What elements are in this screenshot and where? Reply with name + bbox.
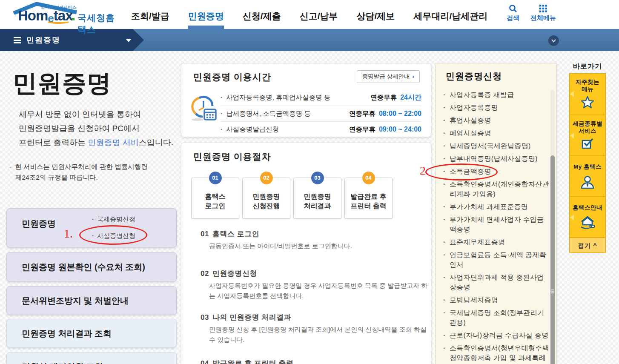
clock-calendar-icon	[190, 93, 217, 124]
cert-item-vat-base[interactable]: 부가가치세 과세표준증명	[443, 202, 550, 212]
time-row-business-registration: 사업자등록증명, 휴폐업사실증명 등 연중무휴24시간	[221, 90, 421, 106]
certificate-list-title: 민원증명신청	[446, 70, 502, 82]
quickbar: 자주찾는메뉴 세금종류별서비스 My 홈택스 홈택스안내	[569, 73, 606, 253]
logo-korean-name: 국세청홈택스	[77, 12, 122, 36]
detail-04-title: 04발급완료 후 프린터 출력	[201, 358, 294, 364]
cert-item-suspension[interactable]: 휴업사실증명	[443, 115, 550, 125]
star-icon	[581, 96, 594, 109]
detail-03-title: 03나의 민원증명 처리결과	[201, 312, 291, 322]
issuance-detail-guide-button[interactable]: 증명발급 상세안내›	[357, 70, 420, 83]
grid-menu-icon	[539, 4, 547, 13]
quickbar-title: 바로가기	[569, 62, 606, 71]
inline-service-link[interactable]: 민원증명 서비	[88, 138, 139, 147]
page-description: 세무서 방문 없이 인터넷을 통하여 민원증명발급을 신청하여 PC에서 프린터…	[19, 107, 173, 149]
cert-item-income-isa[interactable]: 소득확인증명서(개인종합자산관리계좌 가입용)	[443, 179, 550, 199]
left-menu-waiting-count[interactable]: 민원실 대기인원 조회	[6, 352, 177, 364]
cert-item-payment-history[interactable]: 납부내역증명(납세사실증명)	[443, 154, 550, 163]
search-button[interactable]: 검색	[507, 4, 519, 22]
section-title: 민원증명	[26, 29, 60, 51]
step-card-result: 03 민원증명처리결과	[293, 178, 341, 219]
cert-item-youth-savings[interactable]: 소득확인증명서(청년우대형주택청약종합저축 가입 및 과세특례 신청용)	[443, 343, 550, 364]
time-row-tax-payment: 납세증명서, 소득금액증명 등 연중무휴08:00 ~ 22:00	[221, 106, 421, 121]
nav-minwon-jeungmyeong[interactable]: 민원증명	[188, 10, 224, 22]
search-icon	[509, 4, 517, 13]
procedure-panel: 민원증명 이용절차 01 홈택스로그인 02 민원증명신청진행 03 민원증명처…	[181, 143, 431, 364]
tab-arrow-icon	[570, 215, 574, 221]
certificate-list: 사업자등록증 재발급 사업자등록증명 휴업사실증명 폐업사실증명 납세증명서(국…	[443, 90, 550, 364]
usage-time-panel: 민원증명 이용시간 증명발급 상세안내› 사업자등록증명, 휴폐업사실증명 등 …	[181, 63, 431, 137]
quickbar-collapse-button[interactable]: 접기 ^	[570, 237, 605, 252]
cert-item-financial-statement[interactable]: 표준재무제표증명	[443, 237, 550, 247]
logo-dot	[72, 18, 75, 20]
annotation-number-1: 1.	[64, 227, 73, 241]
main-nav: 조회/발급 민원증명 신청/제출 신고/납부 상담/제보 세무대리/납세관리	[131, 10, 487, 22]
cert-item-model-taxpayer[interactable]: 모범납세자증명	[443, 295, 550, 305]
top-header: 인터넷 납세서비스 Hometax 국세청홈택스 조회/발급 민원증명 신청/제…	[0, 0, 619, 29]
detail-01-desc: 공동인증서 또는 아이디/비밀번호로 로그인합니다.	[209, 241, 430, 251]
scrollbar-thumb[interactable]	[550, 155, 555, 364]
logo-swoosh	[46, 18, 71, 24]
left-menu-box-title: 민원증명	[22, 218, 56, 229]
step-card-print: 04 발급완료 후프린터 출력	[344, 178, 393, 219]
all-menu-button[interactable]: 전체메뉴	[530, 4, 556, 22]
step-number-badge: 04	[362, 172, 375, 184]
step-card-login: 01 홈택스로그인	[191, 178, 239, 219]
usage-time-rows: 사업자등록증명, 휴폐업사실증명 등 연중무휴24시간 납세증명서, 소득금액증…	[221, 90, 421, 137]
cert-item-gov-inquiry[interactable]: 국세납세증명 조회(정부관리기관용)	[443, 308, 550, 327]
left-menu-result-inquiry[interactable]: 민원증명 처리결과 조회	[6, 319, 177, 348]
page-note: -현 서비스는 민원사무처리에 관한 법률시행령 제24조2의 규정을 따릅니다…	[9, 161, 148, 183]
cert-item-closure[interactable]: 폐업사실증명	[443, 128, 550, 138]
detail-03-desc: 민원증명 신청 후 [민원증명 처리결과 조회]에서 본인의 신청내역을 조회 …	[209, 324, 430, 345]
quickbar-hometax-guide[interactable]: 홈택스안내	[570, 196, 605, 237]
scrollbar-grip	[551, 289, 554, 294]
scrollbar-track[interactable]	[550, 90, 555, 364]
usage-time-title: 민원증명 이용시간	[193, 71, 271, 83]
left-menu-forgery-prevention[interactable]: 문서위변조방지 및 처벌안내	[6, 286, 177, 315]
detail-02-desc: 사업자등록번호가 필요한 증명일 경우 사업자등록번호 목록 중 발급받고자 하…	[209, 281, 430, 301]
time-row-fact-certificate: 사실증명발급신청 연중무휴09:00 ~ 24:00	[221, 121, 421, 137]
page-title: 민원증명	[13, 67, 112, 100]
tab-arrow-icon	[570, 133, 574, 139]
step-number-badge: 02	[260, 172, 273, 184]
red-circle-sasil-jeungmyeong	[79, 225, 147, 245]
check-icon	[581, 138, 594, 149]
chevron-right-icon: ›	[413, 73, 415, 80]
cert-item-vat-exempt[interactable]: 부가가치세 면세사업자 수입금액증명	[443, 215, 550, 234]
person-icon	[580, 175, 595, 189]
quickbar-favorite-menu[interactable]: 자주찾는메뉴	[570, 74, 605, 115]
cert-item-unit-taxation[interactable]: 사업자단위과세 적용 종된사업장증명	[443, 272, 550, 292]
step-number-badge: 01	[209, 172, 222, 184]
cert-item-eitc[interactable]: 근로(자녀)장려금 수급사실 증명	[443, 330, 550, 340]
cert-item-biz-reg[interactable]: 사업자등록증명	[443, 103, 550, 112]
left-menu-original-check[interactable]: 민원증명 원본확인 (수요처 조회)	[6, 252, 177, 282]
collapse-bar-button[interactable]	[548, 35, 559, 46]
section-dropdown-caret-icon[interactable]	[126, 39, 131, 42]
cert-item-tax-payment[interactable]: 납세증명서(국세완납증명)	[443, 141, 550, 151]
procedure-title: 민원증명 이용절차	[193, 151, 271, 163]
quickbar-my-hometax[interactable]: My 홈택스	[570, 155, 605, 196]
nav-sincheong-jechul[interactable]: 신청/제출	[243, 10, 281, 22]
certificate-list-panel: 민원증명신청 사업자등록증 재발급 사업자등록증명 휴업사실증명 폐업사실증명 …	[435, 63, 557, 364]
hometax-minwon-page: 인터넷 납세서비스 Hometax 국세청홈택스 조회/발급 민원증명 신청/제…	[0, 0, 619, 364]
red-circle-income-amount	[425, 163, 498, 181]
tab-arrow-icon	[570, 91, 574, 97]
link-gukse-jeungmyeong[interactable]: 국세증명신청	[92, 215, 135, 224]
step-number-badge: 03	[311, 172, 324, 184]
nav-singo-nabbu[interactable]: 신고/납부	[300, 10, 338, 22]
step-card-apply: 02 민원증명신청진행	[242, 178, 290, 219]
detail-01-title: 01홈택스 로그인	[201, 229, 259, 239]
nav-sangdam-jebo[interactable]: 상담/제보	[357, 10, 395, 22]
nav-semu-daeri[interactable]: 세무대리/납세관리	[413, 10, 487, 22]
chevron-down-icon	[551, 39, 556, 43]
detail-02-title: 02민원증명신청	[201, 269, 257, 278]
nav-jo-hoe-balgeup[interactable]: 조회/발급	[131, 10, 169, 22]
section-bar-dark-tab: 민원증명	[0, 29, 144, 51]
cert-item-biz-reg-reissue[interactable]: 사업자등록증 재발급	[443, 90, 550, 100]
quickbar-tax-type-service[interactable]: 세금종류별서비스	[570, 115, 605, 155]
cert-item-pension-deduction[interactable]: 연금보험료등 소득·세액 공제확인서	[443, 250, 550, 269]
home-icon	[579, 215, 596, 230]
hamburger-menu-icon[interactable]	[14, 37, 21, 45]
hometax-logo[interactable]: 인터넷 납세서비스 Hometax 국세청홈택스	[7, 1, 122, 27]
